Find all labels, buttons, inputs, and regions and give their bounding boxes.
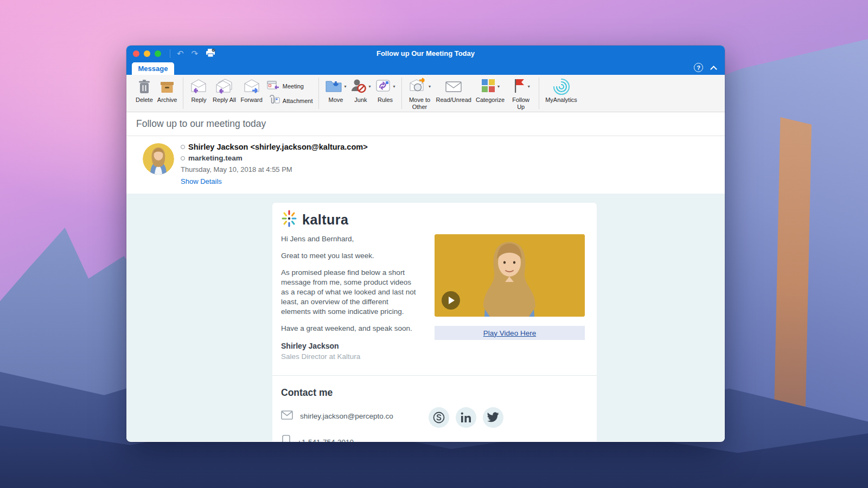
rules-icon bbox=[375, 78, 392, 95]
ribbon-tab-strip: Message ? bbox=[126, 61, 725, 75]
reply-all-envelope-icon bbox=[214, 78, 234, 95]
myanalytics-icon bbox=[553, 78, 570, 95]
contact-heading: Contact me bbox=[281, 387, 597, 399]
minimize-window-button[interactable] bbox=[144, 50, 150, 57]
reply-all-button[interactable]: Reply All bbox=[212, 78, 236, 104]
move-button[interactable]: ▾ Move bbox=[325, 78, 346, 104]
close-window-button[interactable] bbox=[133, 50, 139, 57]
reply-button[interactable]: Reply bbox=[189, 78, 208, 104]
archive-button[interactable]: Archive bbox=[157, 78, 177, 104]
message-date: Thursday, May 10, 2018 at 4:55 PM bbox=[181, 165, 292, 174]
print-icon[interactable] bbox=[206, 49, 215, 59]
junk-person-icon bbox=[350, 78, 367, 95]
sender-line: Shirley Jackson <shirley.jackson@kaltura… bbox=[181, 143, 368, 151]
help-icon[interactable]: ? bbox=[694, 63, 703, 72]
contact-phone[interactable]: +1-541-754-3010 bbox=[297, 438, 354, 442]
skype-icon[interactable] bbox=[429, 407, 449, 428]
intro-text: Great to meet you last week. bbox=[281, 251, 420, 261]
delete-button[interactable]: Delete bbox=[136, 78, 153, 104]
move-dropdown-caret[interactable]: ▾ bbox=[344, 84, 346, 89]
read-unread-envelope-icon bbox=[445, 78, 462, 95]
junk-button[interactable]: ▾ Junk bbox=[350, 78, 371, 104]
kaltura-wordmark: kaltura bbox=[302, 212, 348, 228]
email-subject: Follow up to our meeting today bbox=[136, 118, 266, 130]
sender-avatar[interactable] bbox=[143, 143, 174, 175]
meeting-button[interactable]: Meeting bbox=[267, 80, 313, 92]
read-unread-button[interactable]: Read/Unread bbox=[436, 78, 471, 104]
move-folder-icon bbox=[325, 78, 342, 95]
attachment-button[interactable]: Attachment bbox=[267, 95, 313, 107]
details-line: Show Details bbox=[181, 177, 222, 185]
email-body-area: kaltura Hi Jens and Bernhard, Great to m… bbox=[126, 194, 725, 441]
phone-icon bbox=[282, 435, 290, 442]
collapse-ribbon-icon[interactable] bbox=[710, 66, 717, 73]
contact-email[interactable]: shirley.jackson@percepto.co bbox=[300, 412, 393, 420]
follow-up-button[interactable]: ▾ Follow Up bbox=[509, 78, 533, 110]
kaltura-logo: kaltura bbox=[272, 203, 597, 228]
outlook-message-window: ↶ ↷ Follow up Our Meeting Today Message … bbox=[126, 46, 725, 442]
signature-title: Sales Director at Kaltura bbox=[281, 352, 420, 361]
main-paragraph: As promised please find below a short me… bbox=[281, 268, 420, 317]
meeting-calendar-icon bbox=[267, 80, 280, 92]
signature-name: Shirley Jackson bbox=[281, 342, 420, 350]
rules-button[interactable]: ▾ Rules bbox=[375, 78, 395, 104]
follow-up-dropdown-caret[interactable]: ▾ bbox=[528, 84, 530, 89]
forward-button[interactable]: Forward bbox=[240, 78, 262, 104]
archive-box-icon bbox=[159, 78, 175, 95]
email-content-card: kaltura Hi Jens and Bernhard, Great to m… bbox=[272, 203, 597, 441]
subject-row: Follow up to our meeting today bbox=[126, 112, 725, 136]
contact-phone-row: +1-541-754-3010 bbox=[281, 435, 597, 442]
traffic-lights bbox=[133, 50, 161, 57]
sender-presence-icon bbox=[181, 145, 185, 149]
ribbon-group-delete: Delete Archive bbox=[130, 78, 183, 109]
recipient-presence-icon bbox=[181, 156, 185, 160]
rules-dropdown-caret[interactable]: ▾ bbox=[393, 84, 395, 89]
ribbon-group-tags: ▾ Move to Other Read/Unread bbox=[402, 78, 540, 109]
video-thumbnail[interactable] bbox=[435, 234, 585, 317]
social-icons bbox=[429, 407, 503, 428]
window-title: Follow up Our Meeting Today bbox=[126, 49, 725, 57]
redo-icon[interactable]: ↷ bbox=[192, 49, 199, 57]
mail-icon bbox=[281, 410, 293, 422]
play-video-bar[interactable]: Play Video Here bbox=[435, 326, 585, 340]
message-header: Shirley Jackson <shirley.jackson@kaltura… bbox=[126, 136, 725, 194]
linkedin-icon[interactable] bbox=[456, 407, 476, 428]
closing-text: Have a great weekend, and speak soon. bbox=[281, 324, 420, 333]
tab-message[interactable]: Message bbox=[132, 62, 174, 75]
paperclip-icon bbox=[267, 95, 280, 107]
undo-icon[interactable]: ↶ bbox=[177, 49, 184, 57]
play-video-link[interactable]: Play Video Here bbox=[483, 329, 536, 337]
greeting-text: Hi Jens and Bernhard, bbox=[281, 234, 420, 244]
move-to-other-button[interactable]: ▾ Move to Other bbox=[408, 78, 432, 110]
ribbon-toolbar: Delete Archive bbox=[126, 75, 725, 112]
trash-icon bbox=[137, 78, 151, 95]
junk-dropdown-caret[interactable]: ▾ bbox=[368, 84, 371, 89]
show-details-link[interactable]: Show Details bbox=[181, 177, 222, 185]
ribbon-group-move: ▾ Move ▾ Junk bbox=[319, 78, 401, 109]
ribbon-group-myanalytics: MyAnalytics bbox=[539, 78, 583, 109]
follow-up-flag-icon bbox=[512, 78, 526, 95]
email-columns: Hi Jens and Bernhard, Great to meet you … bbox=[272, 228, 597, 361]
twitter-icon[interactable] bbox=[483, 407, 503, 428]
move-to-other-dropdown-caret[interactable]: ▾ bbox=[429, 84, 431, 89]
kaltura-starburst-icon bbox=[281, 210, 297, 229]
contact-section: Contact me shirley.jackson@percepto.co bbox=[272, 375, 597, 442]
sender-name[interactable]: Shirley Jackson <shirley.jackson@kaltura… bbox=[188, 143, 368, 151]
move-to-other-icon bbox=[409, 78, 427, 96]
myanalytics-button[interactable]: MyAnalytics bbox=[545, 78, 577, 104]
categorize-button[interactable]: ▾ Categorize bbox=[476, 78, 505, 104]
zoom-window-button[interactable] bbox=[155, 50, 161, 57]
email-video-column: Play Video Here bbox=[435, 234, 585, 361]
recipient-line: marketing.team bbox=[181, 154, 242, 162]
categorize-squares-icon bbox=[481, 78, 496, 95]
recipient-name[interactable]: marketing.team bbox=[188, 154, 242, 162]
categorize-dropdown-caret[interactable]: ▾ bbox=[497, 84, 500, 89]
ribbon-group-respond: Reply Reply All bbox=[183, 78, 319, 109]
play-button-icon[interactable] bbox=[442, 291, 460, 310]
forward-envelope-icon bbox=[242, 78, 261, 95]
email-text-column: Hi Jens and Bernhard, Great to meet you … bbox=[281, 234, 420, 361]
date-line: Thursday, May 10, 2018 at 4:55 PM bbox=[181, 165, 292, 174]
reply-envelope-icon bbox=[189, 78, 208, 95]
meeting-attachment-stack: Meeting Attachment bbox=[267, 78, 313, 109]
titlebar-divider bbox=[170, 49, 170, 58]
